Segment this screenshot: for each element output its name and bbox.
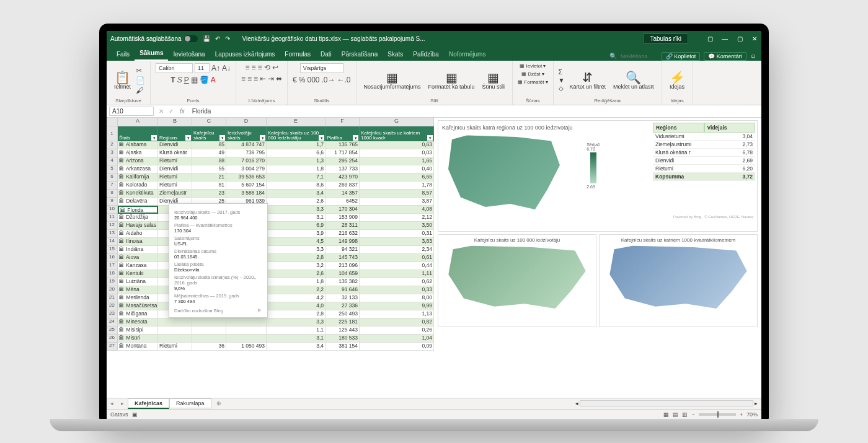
map-chart-3[interactable]: Kafejnīcu skaits uz katriem 1000 kvadrāt… <box>599 234 758 327</box>
table-row[interactable]: 20 🏛 Mēna 2,2 91 646 0,33 <box>107 286 434 294</box>
sheet-tab-2[interactable]: Rakurslapa <box>169 398 211 408</box>
table-row[interactable]: 16 🏛 Aiova 2,8 145 743 0,61 <box>107 254 434 262</box>
font-size[interactable]: 11 <box>195 63 210 73</box>
sheet-nav-prev[interactable]: ◂ <box>107 400 117 406</box>
merge-icon[interactable]: ⬌ <box>276 74 282 83</box>
currency-icon[interactable]: € <box>293 76 297 84</box>
view-pagelayout-icon[interactable]: ▤ <box>673 411 678 418</box>
increase-font-icon[interactable]: A↑ <box>211 64 220 72</box>
fill-color-icon[interactable]: 🪣 <box>200 76 209 84</box>
align-top-icon[interactable]: ≡ <box>246 63 250 72</box>
number-format[interactable]: Vispārīgs <box>300 63 343 73</box>
macro-record-icon[interactable]: ▣ <box>132 411 138 418</box>
fx-icon[interactable]: fx <box>176 108 188 115</box>
format-cells-button[interactable]: ▦ Formatēt ▾ <box>518 79 547 85</box>
tab-review[interactable]: Pārskatīšana <box>337 48 383 61</box>
bold-icon[interactable]: T <box>170 76 175 84</box>
table-row[interactable]: 21 🏛 Merilenda 4,2 32 133 8,00 <box>107 294 434 302</box>
underline-icon[interactable]: P <box>184 76 189 84</box>
insert-cells-button[interactable]: ▦ Ievietot ▾ <box>520 63 546 69</box>
format-as-table-button[interactable]: ▦Formatēt kā tabulu <box>426 69 477 92</box>
table-row[interactable]: 23 🏛 Mičigana 2,8 250 493 1,13 <box>107 310 434 318</box>
name-box[interactable]: A10 <box>109 107 154 116</box>
share-button[interactable]: 🔗 Koplietot <box>662 52 701 61</box>
tab-help[interactable]: Palīdzība <box>408 48 444 61</box>
col-header-d[interactable]: D <box>226 118 267 126</box>
tell-me-search[interactable] <box>621 53 658 59</box>
enter-formula-icon[interactable]: ✓ <box>166 108 176 115</box>
zoom-out-icon[interactable]: − <box>691 411 694 418</box>
pivot-table[interactable]: ReģionsVidējais Vidusrietumi3,04Ziemeļau… <box>653 123 755 181</box>
zoom-level[interactable]: 70% <box>746 411 758 418</box>
italic-icon[interactable]: S <box>177 76 182 84</box>
tab-formulas[interactable]: Formulas <box>280 48 316 61</box>
cancel-formula-icon[interactable]: ✕ <box>156 108 166 115</box>
indent-dec-icon[interactable]: ⇤ <box>260 74 266 83</box>
inc-decimal-icon[interactable]: .0→ <box>321 76 335 84</box>
tab-design[interactable]: Noformējums <box>444 48 490 61</box>
dec-decimal-icon[interactable]: ←.0 <box>337 76 351 84</box>
table-row[interactable]: 9 🏛 Delavēra Dienvidi 25 961 939 2,6 645… <box>107 198 434 206</box>
minimize-icon[interactable]: ― <box>722 35 728 42</box>
col-header-g[interactable]: G <box>360 118 434 126</box>
col-header-e[interactable]: E <box>267 118 326 126</box>
table-row[interactable]: 25 🏛 Misisipi 1,1 125 443 0,26 <box>107 327 434 335</box>
table-row[interactable]: 24 🏛 Minesota 3,3 225 181 0,82 <box>107 318 434 327</box>
undo-icon[interactable]: ↶ <box>215 35 220 42</box>
pivot-row[interactable]: Dienvidi2,69 <box>653 157 755 165</box>
table-row[interactable]: 13 🏛 Aidaho 3,9 216 632 0,31 <box>107 230 434 238</box>
table-row[interactable]: 8 🏛 Konektikuta Ziemeļaustr 23 3 588 184… <box>107 190 434 198</box>
sheet-tab-active[interactable]: Kafejnīcas <box>128 398 169 409</box>
align-right-icon[interactable]: ≡ <box>254 74 258 83</box>
pivot-row[interactable]: Rietumi6,20 <box>653 165 755 173</box>
format-painter-icon[interactable]: 🖌 <box>136 86 145 95</box>
zoom-in-icon[interactable]: + <box>740 411 743 418</box>
font-color-icon[interactable]: A <box>211 76 216 84</box>
scroll-left-icon[interactable]: ◂ <box>575 400 578 406</box>
comments-button[interactable]: 💬 Komentāri <box>704 52 746 61</box>
filter-icon[interactable]: ▾ <box>151 135 157 141</box>
worksheet-grid[interactable]: A B C D E F G 1 Štats▾ Reģions▾ Kafejnīc… <box>107 118 434 398</box>
table-row[interactable]: 7 🏛 Kolorado Rietumi 81 5 607 154 8,6 26… <box>107 182 434 190</box>
tab-view[interactable]: Skats <box>383 48 408 61</box>
tab-pagelayout[interactable]: Lappuses izkārtojums <box>210 48 280 61</box>
font-name[interactable]: Calibri <box>156 63 193 73</box>
table-row[interactable]: 18 🏛 Kentuki 2,6 104 659 1,11 <box>107 270 434 278</box>
sheet-nav-next[interactable]: ▸ <box>117 400 128 406</box>
col-header-f[interactable]: F <box>326 118 360 126</box>
formula-input[interactable]: Florida <box>188 108 761 115</box>
zoom-slider[interactable] <box>699 413 736 416</box>
horizontal-scrollbar[interactable] <box>580 400 753 406</box>
redo-icon[interactable]: ↷ <box>225 35 230 42</box>
cut-icon[interactable]: ✂ <box>136 66 145 75</box>
border-icon[interactable]: ▦ <box>191 76 198 84</box>
table-row[interactable]: 17 🏛 Kanzasa 3,2 213 096 0,44 <box>107 262 434 270</box>
tab-home[interactable]: Sākums <box>135 47 168 61</box>
autosave-toggle[interactable] <box>184 35 198 42</box>
clear-icon[interactable]: ◇ <box>559 85 565 92</box>
table-row[interactable]: 26 🏛 Misūri 3,1 180 533 1,04 <box>107 335 434 343</box>
align-center-icon[interactable]: ≡ <box>247 74 252 83</box>
close-icon[interactable]: ✕ <box>751 35 758 42</box>
sort-filter-button[interactable]: ⇵Kārtot un filtrēt <box>567 69 609 92</box>
table-row[interactable]: 15 🏛 Indiāna 3,3 94 321 2,34 <box>107 246 434 254</box>
table-row[interactable]: 5 🏛 Arkanzasa Dienvidi 55 3 004 279 1,8 … <box>107 165 434 173</box>
copy-icon[interactable]: 📄 <box>136 76 145 85</box>
orientation-icon[interactable]: ⟲ <box>264 63 270 72</box>
scroll-right-icon[interactable]: ▸ <box>755 400 758 406</box>
table-row[interactable]: 11 🏛 Džordžija 3,1 153 909 2,12 <box>107 214 434 222</box>
cond-format-button[interactable]: ▦Nosacījumformatējums <box>361 69 423 92</box>
align-left-icon[interactable]: ≡ <box>241 74 246 83</box>
comma-icon[interactable]: 000 <box>307 76 319 84</box>
view-pagebreak-icon[interactable]: ▥ <box>682 411 688 418</box>
ribbon-display-icon[interactable]: ▢ <box>707 35 713 42</box>
align-mid-icon[interactable]: ≡ <box>252 63 256 72</box>
wrap-text-icon[interactable]: ↩ <box>272 63 278 72</box>
pivot-row[interactable]: Klusā okeāna r6,78 <box>653 149 755 157</box>
account-icon[interactable]: ☺ <box>750 53 756 59</box>
table-row[interactable]: 6 🏛 Kalifornija Rietumi 21 39 536 653 7,… <box>107 173 434 182</box>
table-row[interactable]: 10 🏛 Florida 3,3 170 304 4,08 <box>107 206 434 214</box>
col-header-c[interactable]: C <box>192 118 226 126</box>
pivot-row[interactable]: Vidusrietumi3,04 <box>653 133 755 141</box>
find-select-button[interactable]: 🔍Meklēt un atlasīt <box>611 69 657 92</box>
